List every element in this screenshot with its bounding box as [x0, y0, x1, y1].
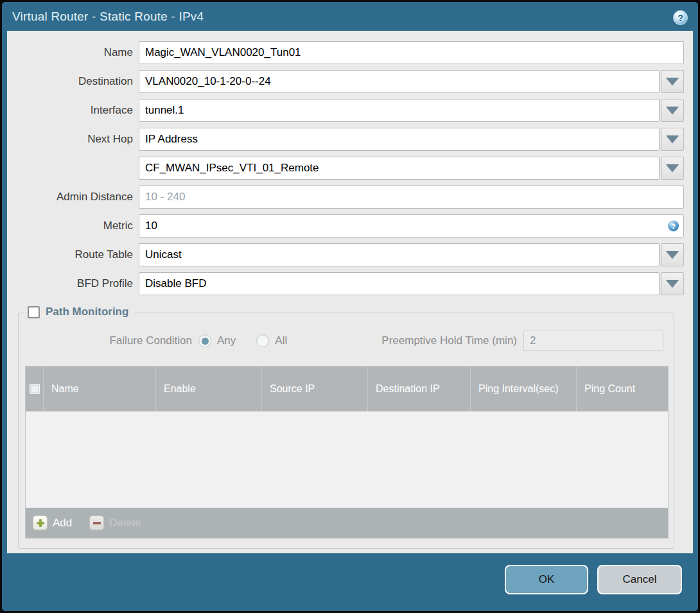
path-monitoring-checkbox[interactable]: [28, 306, 40, 318]
name-label: Name: [7, 46, 139, 59]
bfd-profile-label: BFD Profile: [7, 277, 139, 290]
table-toolbar: Add Delete: [26, 508, 668, 538]
dialog-title: Virtual Router - Static Route - IPv4: [12, 2, 204, 31]
path-monitoring-legend: Path Monitoring: [24, 306, 134, 318]
metric-help-glyph: ?: [671, 222, 676, 230]
metric-row: Metric ?: [7, 214, 684, 237]
interface-label: Interface: [7, 104, 139, 117]
route-table-dropdown-button[interactable]: [661, 243, 684, 266]
chevron-down-icon: [666, 280, 679, 288]
admin-distance-row: Admin Distance: [7, 186, 684, 209]
admin-distance-label: Admin Distance: [7, 191, 139, 203]
destination-label: Destination: [7, 75, 139, 88]
bfd-profile-dropdown-button[interactable]: [661, 272, 684, 295]
metric-input[interactable]: [139, 214, 684, 237]
add-plus-icon: [33, 515, 48, 530]
destination-input[interactable]: [139, 70, 660, 93]
ok-button[interactable]: OK: [505, 565, 588, 594]
route-table-row: Route Table: [7, 243, 684, 266]
failure-condition-all-label: All: [275, 334, 287, 347]
dialog-footer: OK Cancel: [2, 553, 698, 611]
route-table-label: Route Table: [7, 248, 139, 261]
path-monitoring-table: Name Enable Source IP Destination IP Pin…: [25, 366, 669, 539]
failure-condition-radio-any: [198, 334, 211, 347]
preemptive-hold-time-label: Preemptive Hold Time (min): [381, 334, 523, 347]
next-hop-address-row: [7, 157, 684, 180]
destination-dropdown-button[interactable]: [661, 70, 684, 93]
name-input[interactable]: [139, 41, 684, 64]
next-hop-row: Next Hop: [7, 128, 684, 151]
chevron-down-icon: [666, 107, 679, 114]
chevron-down-icon: [666, 164, 679, 172]
static-route-dialog: Virtual Router - Static Route - IPv4 ? N…: [2, 2, 698, 611]
path-monitoring-title: Path Monitoring: [46, 306, 128, 318]
delete-minus-icon: [89, 515, 104, 530]
select-all-cell: [26, 367, 43, 411]
column-header-source-ip: Source IP: [261, 367, 367, 411]
bfd-profile-row: BFD Profile: [7, 272, 684, 295]
column-header-destination-ip: Destination IP: [367, 367, 470, 411]
next-hop-label: Next Hop: [7, 133, 139, 146]
name-row: Name: [7, 41, 684, 64]
preemptive-hold-time-group: Preemptive Hold Time (min): [381, 331, 663, 351]
add-button[interactable]: Add: [33, 515, 72, 530]
column-header-enable: Enable: [155, 367, 261, 411]
bfd-profile-input[interactable]: [139, 272, 660, 295]
help-icon[interactable]: ?: [673, 10, 688, 25]
radio-dot: [259, 338, 267, 345]
column-header-ping-interval: Ping Interval(sec): [470, 367, 576, 411]
column-header-ping-count: Ping Count: [576, 367, 668, 411]
delete-button: Delete: [89, 515, 141, 530]
radio-dot: [202, 338, 209, 345]
next-hop-address-input[interactable]: [139, 157, 660, 180]
cancel-button[interactable]: Cancel: [597, 565, 682, 594]
next-hop-type-input[interactable]: [139, 128, 660, 151]
add-button-label: Add: [53, 517, 72, 530]
chevron-down-icon: [666, 78, 679, 85]
admin-distance-input[interactable]: [139, 186, 684, 209]
interface-row: Interface: [7, 99, 684, 122]
next-hop-type-dropdown-button[interactable]: [661, 128, 684, 151]
help-icon-glyph: ?: [678, 13, 683, 23]
interface-dropdown-button[interactable]: [661, 99, 684, 122]
column-header-name: Name: [43, 367, 155, 411]
chevron-down-icon: [666, 135, 679, 143]
metric-help-icon[interactable]: ?: [668, 221, 679, 232]
table-body-empty: [26, 411, 668, 508]
route-table-input[interactable]: [139, 243, 660, 266]
failure-condition-row: Failure Condition Any All Preemptive Hol…: [19, 331, 674, 350]
interface-input[interactable]: [139, 99, 660, 122]
select-all-checkbox: [30, 384, 40, 394]
path-monitoring-section: Path Monitoring Failure Condition Any Al…: [18, 313, 674, 549]
failure-condition-label: Failure Condition: [19, 334, 198, 347]
dialog-titlebar: Virtual Router - Static Route - IPv4 ?: [2, 2, 698, 31]
metric-label: Metric: [7, 220, 139, 232]
next-hop-address-dropdown-button[interactable]: [661, 157, 684, 180]
preemptive-hold-time-input: [523, 331, 663, 351]
failure-condition-radio-all: [256, 334, 269, 347]
table-header: Name Enable Source IP Destination IP Pin…: [26, 367, 668, 411]
failure-condition-any-label: Any: [217, 334, 236, 347]
delete-button-label: Delete: [109, 517, 141, 530]
dialog-content: Name Destination Interface: [7, 31, 693, 553]
chevron-down-icon: [666, 251, 679, 259]
destination-row: Destination: [7, 70, 684, 93]
